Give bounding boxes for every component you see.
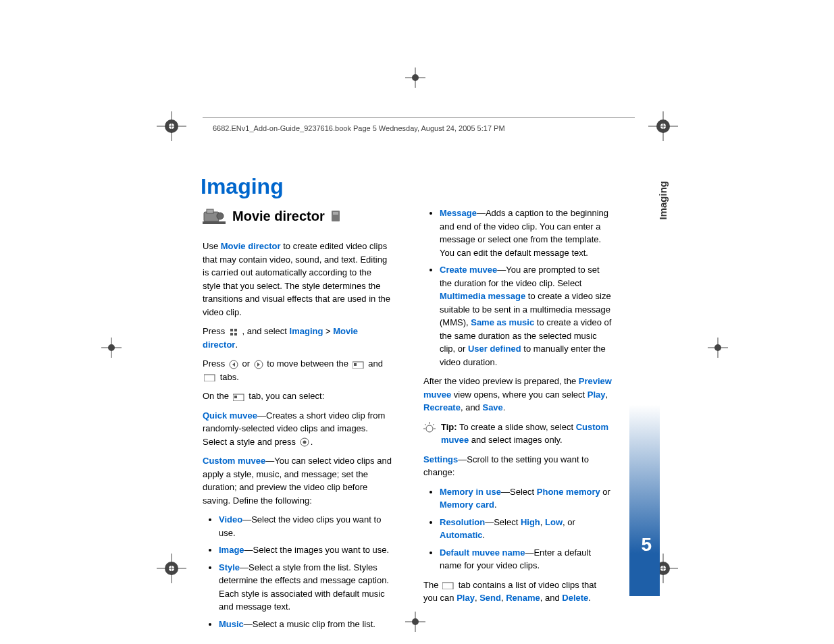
tab1-icon bbox=[353, 360, 365, 369]
section-title: Movie director bbox=[232, 206, 325, 226]
svg-rect-34 bbox=[230, 329, 233, 331]
svg-point-49 bbox=[426, 425, 433, 432]
crop-mark-icon bbox=[708, 338, 728, 358]
svg-point-24 bbox=[412, 74, 419, 81]
right-column: Message—Adds a caption to the beginning … bbox=[423, 207, 613, 611]
page-number: 5 bbox=[641, 531, 652, 559]
custom-muvee-list-cont: Message—Adds a caption to the beginning … bbox=[423, 207, 613, 369]
settings-list: Memory in use—Select Phone memory or Mem… bbox=[423, 485, 613, 572]
svg-rect-35 bbox=[234, 329, 237, 331]
settings-paragraph: Settings—Scroll to the setting you want … bbox=[423, 453, 613, 479]
list-item: Memory in use—Select Phone memory or Mem… bbox=[440, 485, 613, 512]
crop-mark-icon bbox=[648, 111, 678, 141]
tab2-icon bbox=[204, 373, 216, 381]
svg-rect-36 bbox=[230, 333, 233, 336]
svg-rect-37 bbox=[234, 333, 237, 336]
svg-marker-39 bbox=[232, 363, 235, 367]
menu-key-icon bbox=[229, 327, 238, 337]
svg-point-27 bbox=[412, 618, 419, 625]
svg-point-5 bbox=[660, 124, 666, 129]
list-item: Image—Select the images you want to use. bbox=[219, 543, 392, 557]
list-item: Style—Select a style from the list. Styl… bbox=[219, 561, 392, 614]
left-column: Use Movie director to create edited vide… bbox=[203, 240, 392, 637]
press-select-line: Press , and select Imaging > Movie direc… bbox=[203, 325, 392, 351]
svg-point-1 bbox=[169, 124, 174, 129]
svg-point-8 bbox=[165, 562, 178, 575]
svg-point-48 bbox=[303, 441, 306, 444]
memory-card-icon bbox=[332, 211, 341, 221]
svg-point-21 bbox=[714, 344, 721, 351]
svg-point-4 bbox=[656, 119, 670, 133]
crop-mark-icon bbox=[157, 111, 186, 141]
svg-rect-29 bbox=[207, 209, 213, 213]
crop-mark-icon bbox=[157, 554, 186, 583]
svg-point-9 bbox=[169, 566, 174, 571]
svg-point-30 bbox=[217, 213, 224, 219]
list-item: Message—Adds a caption to the beginning … bbox=[440, 207, 613, 259]
svg-rect-31 bbox=[203, 221, 226, 224]
intro-paragraph: Use Movie director to create edited vide… bbox=[203, 240, 392, 319]
svg-marker-41 bbox=[257, 363, 260, 367]
page-title: Imaging bbox=[201, 170, 284, 203]
svg-rect-46 bbox=[234, 396, 237, 398]
camcorder-icon bbox=[203, 207, 226, 225]
list-item: Music—Select a music clip from the list. bbox=[219, 618, 392, 631]
center-key-icon bbox=[300, 437, 309, 447]
svg-point-13 bbox=[660, 566, 666, 571]
crop-mark-icon bbox=[405, 68, 425, 88]
svg-rect-44 bbox=[204, 375, 215, 381]
header-rule bbox=[203, 117, 635, 118]
svg-rect-43 bbox=[354, 363, 357, 366]
tip-icon bbox=[423, 422, 436, 434]
list-item: Default muvee name—Enter a default name … bbox=[440, 546, 613, 572]
tip-block: Tip: To create a slide show, select Cust… bbox=[423, 421, 613, 447]
svg-line-51 bbox=[425, 424, 426, 425]
list-item: Video—Select the video clips you want to… bbox=[219, 513, 392, 539]
list-item: Create muvee—You are prompted to set the… bbox=[440, 263, 613, 369]
preview-paragraph: After the video preview is prepared, the… bbox=[423, 375, 613, 414]
tab-list-paragraph: The tab contains a list of video clips t… bbox=[423, 579, 613, 605]
on-tab-line: On the tab, you can select: bbox=[203, 390, 392, 403]
tab2-icon bbox=[442, 581, 454, 589]
svg-rect-33 bbox=[333, 212, 338, 215]
quick-muvee-paragraph: Quick muvee—Creates a short video clip f… bbox=[203, 409, 392, 449]
section-header: Movie director bbox=[203, 206, 341, 226]
custom-muvee-list: Video—Select the video clips you want to… bbox=[203, 513, 392, 630]
svg-line-52 bbox=[433, 424, 434, 425]
crop-mark-icon bbox=[101, 338, 122, 358]
list-item: Resolution—Select High, Low, or Automati… bbox=[440, 516, 613, 542]
header-text: 6682.ENv1_Add-on-Guide_9237616.book Page… bbox=[213, 123, 505, 134]
side-label: Imaging bbox=[656, 181, 671, 220]
svg-point-18 bbox=[108, 344, 115, 351]
custom-muvee-paragraph: Custom muvee—You can select video clips … bbox=[203, 454, 392, 507]
tab1-icon bbox=[233, 393, 245, 401]
crop-mark-icon bbox=[405, 612, 425, 632]
left-key-icon bbox=[229, 360, 238, 369]
right-key-icon bbox=[254, 360, 263, 369]
svg-rect-55 bbox=[442, 583, 453, 589]
press-move-line: Press or to move between the and tabs. bbox=[203, 357, 392, 383]
svg-point-0 bbox=[165, 119, 178, 133]
